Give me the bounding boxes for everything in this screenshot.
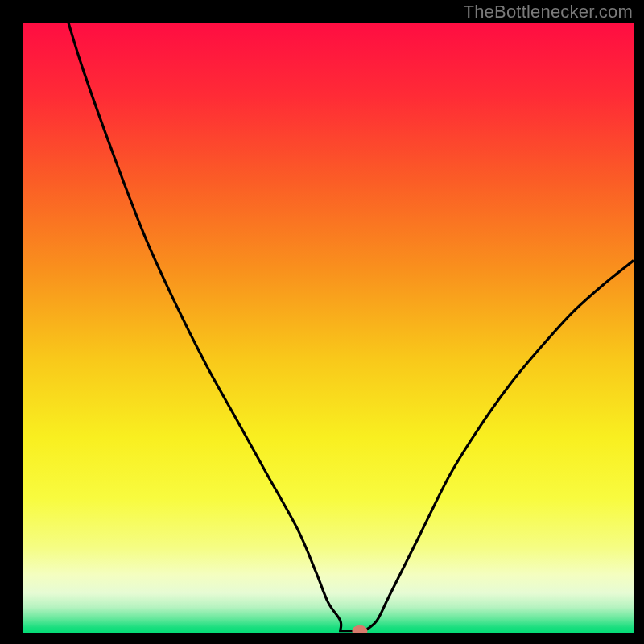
attribution-text: TheBottlenecker.com	[464, 2, 633, 23]
chart-svg	[0, 0, 644, 644]
optimal-point-marker	[352, 625, 367, 637]
chart-container: TheBottlenecker.com	[0, 0, 644, 644]
gradient-background	[23, 23, 634, 633]
